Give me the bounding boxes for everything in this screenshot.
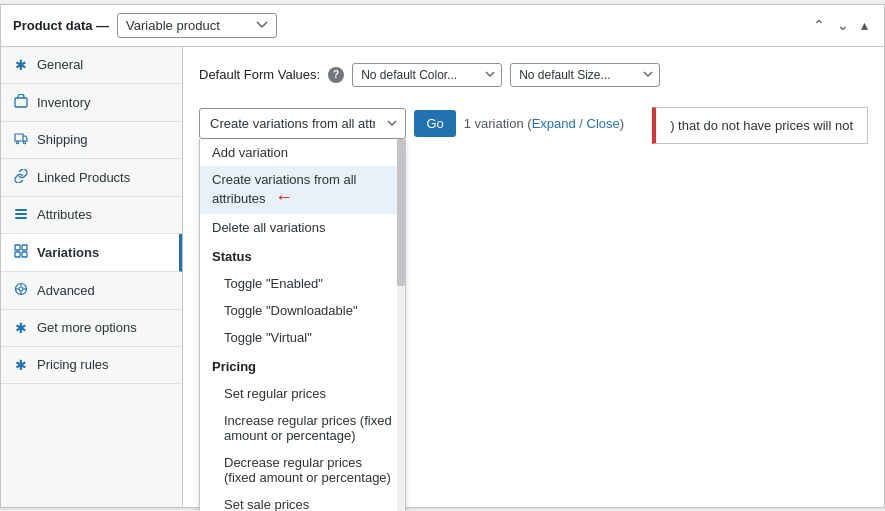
dropdown-item-set-regular[interactable]: Set regular prices bbox=[200, 380, 405, 407]
sidebar: ✱ General Inventory bbox=[1, 47, 183, 507]
dropdown-item-status-header: Status bbox=[200, 241, 405, 270]
dropdown-item-toggle-enabled[interactable]: Toggle "Enabled" bbox=[200, 270, 405, 297]
sidebar-label-get-more-options: Get more options bbox=[37, 320, 137, 335]
linked-products-icon bbox=[13, 169, 29, 186]
variation-select-wrapper: Create variations from all attributes Ad… bbox=[199, 108, 406, 139]
sidebar-item-variations[interactable]: Variations bbox=[1, 234, 182, 272]
dropdown-item-decrease-regular[interactable]: Decrease regular prices (fixed amount or… bbox=[200, 449, 405, 491]
dropdown-item-delete-all[interactable]: Delete all variations bbox=[200, 214, 405, 241]
sidebar-label-linked-products: Linked Products bbox=[37, 170, 130, 185]
variation-action-row: Create variations from all attributes Ad… bbox=[199, 103, 868, 144]
dropdown-item-toggle-downloadable[interactable]: Toggle "Downloadable" bbox=[200, 297, 405, 324]
variation-action-select[interactable]: Create variations from all attributes bbox=[199, 108, 406, 139]
dropdown-item-pricing-header: Pricing bbox=[200, 351, 405, 380]
dropdown-item-toggle-virtual[interactable]: Toggle "Virtual" bbox=[200, 324, 405, 351]
product-data-container: Product data — Variable product ⌃ ⌄ ▴ ✱ … bbox=[0, 4, 885, 508]
arrow-collapse-btn[interactable]: ▴ bbox=[857, 15, 872, 35]
product-type-select[interactable]: Variable product bbox=[117, 13, 277, 38]
product-data-label: Product data — bbox=[13, 18, 109, 33]
main-content: Default Form Values: ? No default Color.… bbox=[183, 47, 884, 507]
dropdown-item-create-variations[interactable]: Create variations from all attributes ← bbox=[200, 166, 405, 214]
svg-rect-5 bbox=[15, 217, 27, 219]
sidebar-label-general: General bbox=[37, 57, 83, 72]
general-icon: ✱ bbox=[13, 57, 29, 73]
sidebar-item-inventory[interactable]: Inventory bbox=[1, 84, 182, 122]
go-button[interactable]: Go bbox=[414, 110, 455, 137]
svg-point-1 bbox=[16, 141, 18, 143]
sidebar-item-linked-products[interactable]: Linked Products bbox=[1, 159, 182, 197]
sidebar-item-get-more-options[interactable]: ✱ Get more options bbox=[1, 310, 182, 347]
svg-rect-8 bbox=[15, 252, 20, 257]
svg-rect-0 bbox=[15, 98, 27, 107]
product-data-header: Product data — Variable product ⌃ ⌄ ▴ bbox=[1, 5, 884, 47]
advanced-icon bbox=[13, 282, 29, 299]
get-more-options-icon: ✱ bbox=[13, 320, 29, 336]
svg-rect-7 bbox=[22, 245, 27, 250]
svg-point-11 bbox=[19, 287, 23, 291]
svg-point-2 bbox=[23, 141, 25, 143]
variation-count: 1 variation (Expand / Close) bbox=[464, 116, 624, 131]
sidebar-item-general[interactable]: ✱ General bbox=[1, 47, 182, 84]
dropdown-item-increase-regular[interactable]: Increase regular prices (fixed amount or… bbox=[200, 407, 405, 449]
dropdown-item-set-sale[interactable]: Set sale prices bbox=[200, 491, 405, 512]
dropdown-scrollbar[interactable] bbox=[397, 139, 405, 512]
arrow-indicator: ← bbox=[275, 187, 293, 208]
variation-dropdown-menu: Add variation Create variations from all… bbox=[199, 139, 406, 512]
default-form-row: Default Form Values: ? No default Color.… bbox=[199, 63, 868, 87]
expand-close-link[interactable]: Expand / Close bbox=[532, 116, 620, 131]
svg-rect-4 bbox=[15, 213, 27, 215]
svg-rect-3 bbox=[15, 209, 27, 211]
notice-box: ) that do not have prices will not bbox=[652, 107, 868, 144]
sidebar-item-attributes[interactable]: Attributes bbox=[1, 197, 182, 234]
sidebar-item-pricing-rules[interactable]: ✱ Pricing rules bbox=[1, 347, 182, 384]
sidebar-item-shipping[interactable]: Shipping bbox=[1, 122, 182, 159]
attributes-icon bbox=[13, 207, 29, 223]
variations-icon bbox=[13, 244, 29, 261]
sidebar-label-attributes: Attributes bbox=[37, 207, 92, 222]
default-form-label: Default Form Values: bbox=[199, 67, 320, 82]
size-select[interactable]: No default Size...SmallMediumLarge bbox=[510, 63, 660, 87]
svg-rect-6 bbox=[15, 245, 20, 250]
dropdown-scrollbar-thumb bbox=[397, 139, 405, 286]
sidebar-item-advanced[interactable]: Advanced bbox=[1, 272, 182, 310]
color-select[interactable]: No default Color...RedBlueGreen bbox=[352, 63, 502, 87]
shipping-icon bbox=[13, 132, 29, 148]
sidebar-label-variations: Variations bbox=[37, 245, 99, 260]
product-data-body: ✱ General Inventory bbox=[1, 47, 884, 507]
sidebar-label-pricing-rules: Pricing rules bbox=[37, 357, 109, 372]
sidebar-label-inventory: Inventory bbox=[37, 95, 90, 110]
arrow-down-btn[interactable]: ⌄ bbox=[833, 15, 853, 35]
svg-rect-9 bbox=[22, 252, 27, 257]
sidebar-label-advanced: Advanced bbox=[37, 283, 95, 298]
help-icon[interactable]: ? bbox=[328, 67, 344, 83]
arrow-up-btn[interactable]: ⌃ bbox=[809, 15, 829, 35]
inventory-icon bbox=[13, 94, 29, 111]
dropdown-item-add-variation[interactable]: Add variation bbox=[200, 139, 405, 166]
pricing-rules-icon: ✱ bbox=[13, 357, 29, 373]
sidebar-label-shipping: Shipping bbox=[37, 132, 88, 147]
header-left: Product data — Variable product bbox=[13, 13, 277, 38]
header-arrows: ⌃ ⌄ ▴ bbox=[809, 15, 872, 35]
